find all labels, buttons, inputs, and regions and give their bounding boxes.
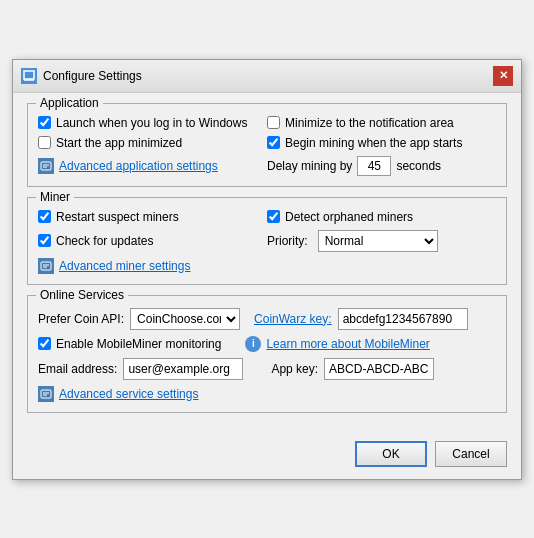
advanced-miner-link[interactable]: Advanced miner settings (38, 258, 190, 274)
restart-label[interactable]: Restart suspect miners (38, 210, 179, 224)
application-row-2: Start the app minimized Begin mining whe… (38, 136, 496, 150)
minimize-notification-col: Minimize to the notification area (267, 116, 496, 130)
miner-section-title: Miner (36, 190, 74, 204)
miner-section: Miner Restart suspect miners Detect orph… (27, 197, 507, 285)
minimize-notification-checkbox[interactable] (267, 116, 280, 129)
svg-rect-8 (41, 390, 51, 398)
priority-label: Priority: (267, 234, 308, 248)
close-button[interactable]: ✕ (493, 66, 513, 86)
begin-mining-label[interactable]: Begin mining when the app starts (267, 136, 462, 150)
application-section: Application Launch when you log in to Wi… (27, 103, 507, 187)
start-minimized-col: Start the app minimized (38, 136, 267, 150)
advanced-service-link[interactable]: Advanced service settings (38, 386, 198, 402)
title-bar: Configure Settings ✕ (13, 60, 521, 93)
minimize-notification-label[interactable]: Minimize to the notification area (267, 116, 454, 130)
appkey-input[interactable] (324, 358, 434, 380)
start-minimized-checkbox[interactable] (38, 136, 51, 149)
svg-rect-2 (41, 162, 51, 170)
footer: OK Cancel (13, 433, 521, 479)
configure-settings-window: Configure Settings ✕ Application Launch … (12, 59, 522, 480)
delay-input[interactable] (357, 156, 391, 176)
launch-col: Launch when you log in to Windows (38, 116, 267, 130)
settings-content: Application Launch when you log in to Wi… (13, 93, 521, 433)
launch-checkbox-label[interactable]: Launch when you log in to Windows (38, 116, 247, 130)
title-bar-left: Configure Settings (21, 68, 142, 84)
prefer-coin-select[interactable]: CoinChoose.com CoinWarz Abe (130, 308, 240, 330)
svg-rect-5 (41, 262, 51, 270)
application-section-content: Launch when you log in to Windows Minimi… (38, 116, 496, 176)
restart-col: Restart suspect miners (38, 210, 267, 224)
window-title: Configure Settings (43, 69, 142, 83)
miner-section-content: Restart suspect miners Detect orphaned m… (38, 210, 496, 274)
delay-col: Delay mining by seconds (267, 156, 496, 176)
mobileminer-checkbox[interactable] (38, 337, 51, 350)
info-icon: i (245, 336, 261, 352)
online-row-3: Email address: App key: (38, 358, 496, 380)
check-updates-col: Check for updates (38, 234, 267, 248)
detect-orphaned-label[interactable]: Detect orphaned miners (267, 210, 413, 224)
online-section: Online Services Prefer Coin API: CoinCho… (27, 295, 507, 413)
application-row-3: Advanced application settings Delay mini… (38, 156, 496, 176)
detect-orphaned-checkbox[interactable] (267, 210, 280, 223)
cancel-button[interactable]: Cancel (435, 441, 507, 467)
learn-more-group: i Learn more about MobileMiner (245, 336, 429, 352)
ok-button[interactable]: OK (355, 441, 427, 467)
priority-col: Priority: Low Below Normal Normal Above … (267, 230, 496, 252)
coinwarz-group: CoinWarz key: (254, 308, 468, 330)
delay-row: Delay mining by seconds (267, 156, 441, 176)
advanced-service-icon (38, 386, 54, 402)
advanced-app-icon (38, 158, 54, 174)
learn-more-link[interactable]: Learn more about MobileMiner (266, 337, 429, 351)
email-group: Email address: (38, 358, 243, 380)
appkey-group: App key: (271, 358, 434, 380)
detect-orphaned-col: Detect orphaned miners (267, 210, 496, 224)
restart-checkbox[interactable] (38, 210, 51, 223)
priority-select[interactable]: Low Below Normal Normal Above Normal Hig… (318, 230, 438, 252)
mobileminer-label[interactable]: Enable MobileMiner monitoring (38, 337, 221, 351)
coinwarz-input[interactable] (338, 308, 468, 330)
svg-rect-0 (24, 71, 34, 79)
online-section-content: Prefer Coin API: CoinChoose.com CoinWarz… (38, 308, 496, 402)
email-input[interactable] (123, 358, 243, 380)
miner-row-2: Check for updates Priority: Low Below No… (38, 230, 496, 252)
check-updates-checkbox[interactable] (38, 234, 51, 247)
online-row-1: Prefer Coin API: CoinChoose.com CoinWarz… (38, 308, 496, 330)
online-section-title: Online Services (36, 288, 128, 302)
begin-mining-checkbox[interactable] (267, 136, 280, 149)
online-row-4: Advanced service settings (38, 386, 496, 402)
window-icon (21, 68, 37, 84)
prefer-coin-group: Prefer Coin API: CoinChoose.com CoinWarz… (38, 308, 240, 330)
check-updates-label[interactable]: Check for updates (38, 234, 153, 248)
begin-mining-col: Begin mining when the app starts (267, 136, 496, 150)
launch-checkbox[interactable] (38, 116, 51, 129)
miner-row-1: Restart suspect miners Detect orphaned m… (38, 210, 496, 224)
application-section-title: Application (36, 96, 103, 110)
advanced-app-link-col: Advanced application settings (38, 158, 267, 174)
coinwarz-label-link[interactable]: CoinWarz key: (254, 312, 332, 326)
email-label: Email address: (38, 362, 117, 376)
application-row-1: Launch when you log in to Windows Minimi… (38, 116, 496, 130)
start-minimized-label[interactable]: Start the app minimized (38, 136, 182, 150)
online-row-2: Enable MobileMiner monitoring i Learn mo… (38, 336, 496, 352)
advanced-miner-icon (38, 258, 54, 274)
appkey-label: App key: (271, 362, 318, 376)
prefer-coin-label: Prefer Coin API: (38, 312, 124, 326)
advanced-app-link[interactable]: Advanced application settings (38, 158, 218, 174)
miner-row-3: Advanced miner settings (38, 258, 496, 274)
